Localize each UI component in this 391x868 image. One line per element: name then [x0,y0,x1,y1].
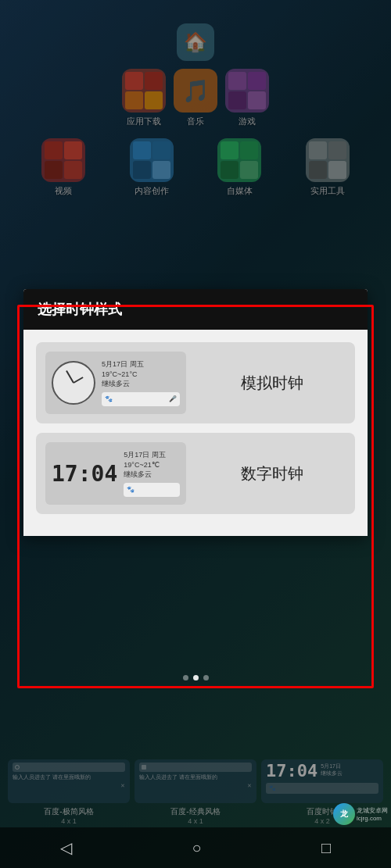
digital-time-display: 17:04 [52,461,117,487]
dialog-body: 5月17日 周五 19°C~21°C 继续多云 🐾 🎤 模拟时钟 17:04 [23,330,368,536]
digital-clock-info: 5月17日 周五 19°C~21℃ 继续多云 🐾 [124,450,180,497]
digital-clock-option[interactable]: 17:04 5月17日 周五 19°C~21℃ 继续多云 🐾 数字时钟 [36,433,355,514]
analog-clock-name: 模拟时钟 [199,373,346,394]
dot-2-active [193,675,199,680]
watermark-site: 龙城安卓网 [357,806,388,815]
analog-clock-info: 5月17日 周五 19°C~21°C 继续多云 🐾 🎤 [102,359,180,406]
nav-back-button[interactable]: ◁ [60,838,72,857]
digital-search-bar: 🐾 [124,483,180,497]
digital-weather-text: 继续多云 [124,470,180,480]
watermark-url: lcjrg.com [357,815,388,822]
analog-temp-text: 19°C~21°C [102,370,180,380]
analog-weather-text: 继续多云 [102,379,180,389]
watermark: 龙 龙城安卓网 lcjrg.com [333,803,388,825]
analog-clock-option[interactable]: 5月17日 周五 19°C~21°C 继续多云 🐾 🎤 模拟时钟 [36,342,355,423]
analog-search-bar: 🐾 🎤 [102,392,180,406]
clock-style-dialog: 选择时钟样式 5月17日 周五 19°C~21°C 继续多云 🐾 🎤 [23,289,368,536]
digital-date-line1: 5月17日 周五 [124,450,180,460]
dot-3 [203,675,209,680]
nav-home-button[interactable]: ○ [192,839,201,857]
digital-clock-name: 数字时钟 [199,463,346,484]
digital-clock-preview: 17:04 5月17日 周五 19°C~21℃ 继续多云 🐾 [45,442,186,505]
dialog-title-text: 选择时钟样式 [38,302,122,317]
page-dots [0,675,391,680]
digital-date-text: 5月17日 周五 19°C~21℃ 继续多云 [124,450,180,480]
navigation-bar: ◁ ○ □ [0,827,391,868]
analog-clock-face [52,361,95,405]
dialog-title: 选择时钟样式 [23,289,368,330]
dot-1 [183,675,188,680]
digital-temp-text: 19°C~21℃ [124,460,180,470]
analog-date-line1: 5月17日 周五 [102,359,180,370]
watermark-logo: 龙 [333,803,355,825]
nav-recent-button[interactable]: □ [321,839,331,857]
analog-date-text: 5月17日 周五 19°C~21°C 继续多云 [102,359,180,389]
analog-clock-preview: 5月17日 周五 19°C~21°C 继续多云 🐾 🎤 [45,352,186,414]
